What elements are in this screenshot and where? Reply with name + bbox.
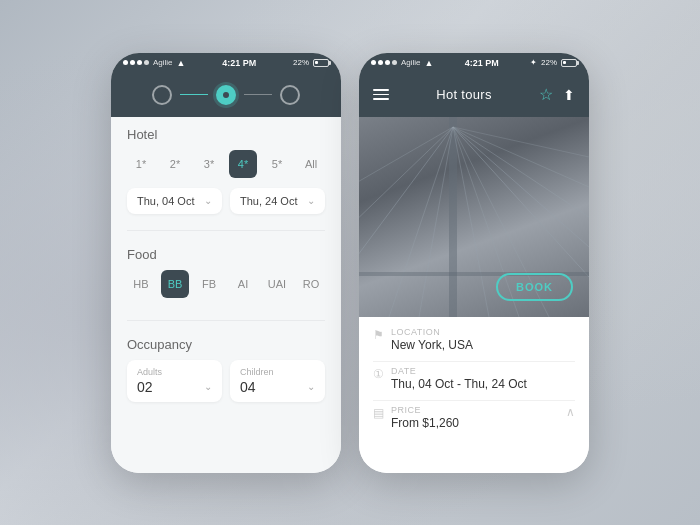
signal-dot-3 (137, 60, 142, 65)
food-bb[interactable]: BB (161, 270, 189, 298)
step-2[interactable] (216, 85, 236, 105)
location-icon: ⚑ (373, 328, 384, 342)
food-options-row: HB BB FB AI UAI RO (127, 270, 325, 298)
battery-icon-2 (561, 59, 577, 67)
adults-box[interactable]: Adults 02 ⌄ (127, 360, 222, 402)
svg-line-8 (359, 127, 453, 187)
rating-5star[interactable]: 5* (263, 150, 291, 178)
step-line-2 (244, 94, 272, 96)
svg-line-6 (359, 127, 453, 267)
date-row: Thu, 04 Oct ⌄ Thu, 24 Oct ⌄ (127, 188, 325, 214)
carrier-1: Agilie (153, 58, 173, 67)
step-3[interactable] (280, 85, 300, 105)
checkin-chevron: ⌄ (204, 195, 212, 206)
share-icon[interactable]: ⬆ (563, 87, 575, 103)
date-sublabel: Date (391, 366, 527, 376)
signal-dot-2 (130, 60, 135, 65)
tour-info-section: ⚑ Location New York, USA ① Date Thu, 04 … (359, 317, 589, 473)
step-1[interactable] (152, 85, 172, 105)
price-content: Price From $1,260 (391, 405, 459, 430)
status-time-2: 4:21 PM (465, 58, 499, 68)
status-bar-2: Agilie ▲ 4:21 PM ✦ 22% (359, 53, 589, 73)
svg-line-7 (359, 127, 453, 227)
rating-3star[interactable]: 3* (195, 150, 223, 178)
status-bar-1: Agilie ▲ 4:21 PM 22% (111, 53, 341, 73)
signal-dot-4 (144, 60, 149, 65)
rating-4star[interactable]: 4* (229, 150, 257, 178)
step-line-1 (180, 94, 208, 96)
signal-dots-2 (371, 60, 397, 65)
battery-icon-1 (313, 59, 329, 67)
book-button[interactable]: BOOK (496, 273, 573, 301)
step-bar (111, 73, 341, 117)
info-divider-1 (373, 361, 575, 362)
children-box[interactable]: Children 04 ⌄ (230, 360, 325, 402)
food-hb[interactable]: HB (127, 270, 155, 298)
nav-icons-2: ☆ ⬆ (539, 85, 575, 104)
adults-chevron: ⌄ (204, 381, 212, 392)
status-time-1: 4:21 PM (222, 58, 256, 68)
status-right-2: ✦ 22% (530, 58, 577, 67)
checkin-picker[interactable]: Thu, 04 Oct ⌄ (127, 188, 222, 214)
checkout-picker[interactable]: Thu, 24 Oct ⌄ (230, 188, 325, 214)
wifi-icon-2: ▲ (425, 58, 434, 68)
bluetooth-icon: ✦ (530, 58, 537, 67)
occupancy-section: Occupancy Adults 02 ⌄ Children 04 ⌄ (111, 327, 341, 408)
status-right-1: 22% (293, 58, 329, 67)
signal-dot2-2 (378, 60, 383, 65)
date-content: Date Thu, 04 Oct - Thu, 24 Oct (391, 366, 527, 391)
hamburger-line-3 (373, 98, 389, 100)
rating-all[interactable]: All (297, 150, 325, 178)
date-row-2: ① Date Thu, 04 Oct - Thu, 24 Oct (373, 366, 575, 391)
divider-1 (127, 230, 325, 231)
battery-fill-1 (315, 61, 318, 65)
food-ai[interactable]: AI (229, 270, 257, 298)
tour-photo: BOOK (359, 117, 589, 317)
price-row: ▤ Price From $1,260 ∧ (373, 405, 575, 430)
signal-dot-1 (123, 60, 128, 65)
info-divider-2 (373, 400, 575, 401)
rating-1star[interactable]: 1* (127, 150, 155, 178)
signal-dot2-3 (385, 60, 390, 65)
adults-value-row: 02 ⌄ (137, 379, 212, 395)
hotel-label: Hotel (127, 127, 325, 142)
signal-dot2-4 (392, 60, 397, 65)
food-ro[interactable]: RO (297, 270, 325, 298)
rating-2star[interactable]: 2* (161, 150, 189, 178)
location-sublabel: Location (391, 327, 473, 337)
location-content: Location New York, USA (391, 327, 473, 352)
svg-line-1 (453, 127, 589, 277)
food-label: Food (127, 247, 325, 262)
price-sublabel: Price (391, 405, 459, 415)
nav-bar-2: Hot tours ☆ ⬆ (359, 73, 589, 117)
favorite-star-icon[interactable]: ☆ (539, 85, 553, 104)
svg-rect-0 (449, 117, 457, 317)
occupancy-label: Occupancy (127, 337, 325, 352)
divider-2 (127, 320, 325, 321)
wifi-icon-1: ▲ (177, 58, 186, 68)
hamburger-menu-2[interactable] (373, 89, 389, 100)
signal-dot2-1 (371, 60, 376, 65)
phone-1: Agilie ▲ 4:21 PM 22% Hotel (111, 53, 341, 473)
svg-line-10 (419, 127, 453, 317)
price-icon: ▤ (373, 406, 384, 420)
food-fb[interactable]: FB (195, 270, 223, 298)
checkout-date: Thu, 24 Oct (240, 195, 297, 207)
svg-line-4 (453, 127, 589, 187)
food-uai[interactable]: UAI (263, 270, 291, 298)
location-value: New York, USA (391, 338, 473, 352)
checkout-chevron: ⌄ (307, 195, 315, 206)
price-value: From $1,260 (391, 416, 459, 430)
status-left-2: Agilie ▲ (371, 58, 434, 68)
star-rating-row: 1* 2* 3* 4* 5* All (127, 150, 325, 178)
svg-line-3 (453, 127, 589, 217)
price-chevron-up[interactable]: ∧ (566, 405, 575, 419)
food-section: Food HB BB FB AI UAI RO (111, 237, 341, 314)
battery-pct-2: 22% (541, 58, 557, 67)
signal-dots (123, 60, 149, 65)
hamburger-line-2 (373, 94, 389, 96)
location-row: ⚑ Location New York, USA (373, 327, 575, 352)
occupancy-row: Adults 02 ⌄ Children 04 ⌄ (127, 360, 325, 402)
date-icon: ① (373, 367, 384, 381)
status-left-1: Agilie ▲ (123, 58, 186, 68)
